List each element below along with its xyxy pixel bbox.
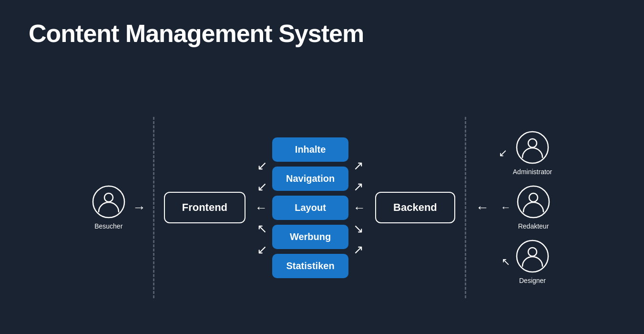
cms-items-container: Inhalte Navigation Layout Werbung Statis… <box>272 137 348 278</box>
dashed-line-right <box>465 117 466 298</box>
redakteur-arrow: ← <box>501 202 511 213</box>
cms-item-inhalte: Inhalte <box>272 137 348 162</box>
visitor-person: Besucher <box>92 185 125 230</box>
arrows-left-cluster: ↙ ↙ ← ↖ ↙ <box>255 159 267 256</box>
arrow-diag-down-left-1: ↖ <box>257 222 267 235</box>
redakteur-person: Redakteur <box>517 185 550 230</box>
svg-point-3 <box>528 139 537 147</box>
right-persons-container: ↙ Administrator ← <box>499 131 552 284</box>
arrow-left-1: ← <box>255 201 267 214</box>
cms-item-werbung: Werbung <box>272 225 348 249</box>
frontend-box: Frontend <box>164 192 245 223</box>
arrow-diag-up-left-2: ↙ <box>257 180 267 193</box>
arrow-diag-down-left-2: ↙ <box>257 243 267 256</box>
designer-arrow: ↖ <box>501 257 510 267</box>
backend-to-persons-arrow: ← <box>476 200 489 215</box>
redakteur-label: Redakteur <box>518 222 549 230</box>
visitor-to-frontend-arrow: → <box>133 200 146 215</box>
arrow-diag-up-right-1: ↗ <box>353 159 364 172</box>
visitor-label: Besucher <box>94 222 123 230</box>
cms-item-layout: Layout <box>272 196 348 220</box>
arrow-diag-up-right-2: ↗ <box>353 180 364 193</box>
admin-arrow: ↙ <box>499 148 507 158</box>
dashed-line-left <box>153 117 154 298</box>
arrows-right-cluster: ↗ ↗ ← ↘ ↗ <box>353 159 366 256</box>
cms-item-statistiken: Statistiken <box>272 254 348 278</box>
svg-point-5 <box>529 193 538 202</box>
svg-point-1 <box>104 193 113 202</box>
page-title: Content Management System <box>29 19 364 48</box>
backend-box: Backend <box>375 192 455 223</box>
designer-label: Designer <box>519 277 546 284</box>
cms-item-navigation: Navigation <box>272 167 348 191</box>
arrow-diag-up-left-1: ↙ <box>257 159 267 172</box>
arrow-diag-down-right-2: ↗ <box>353 243 364 256</box>
designer-person: Designer <box>516 240 549 284</box>
arrow-diag-down-right-1: ↘ <box>353 222 364 235</box>
svg-point-7 <box>528 248 537 256</box>
administrator-label: Administrator <box>513 168 552 176</box>
administrator-person: Administrator <box>513 131 552 176</box>
diagram: Besucher → Frontend ↙ ↙ ← ↖ ↙ Inhalte Na… <box>0 81 644 334</box>
arrow-right-1: ← <box>353 201 366 214</box>
